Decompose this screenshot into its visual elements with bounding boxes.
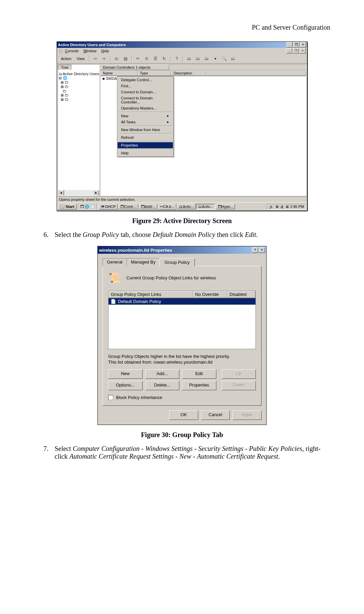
close-button[interactable]: × bbox=[300, 42, 306, 48]
tool5-icon[interactable]: 🗂 bbox=[229, 55, 237, 62]
toolbar-action[interactable]: Action bbox=[59, 57, 73, 61]
forward-icon[interactable]: ⇨ bbox=[100, 55, 108, 62]
task-item[interactable]: ✏CA.b... bbox=[158, 204, 177, 210]
dialog-title: wireless.yourdomain.tld Properties bbox=[99, 248, 172, 253]
restore-button[interactable]: ❐ bbox=[293, 42, 299, 48]
child-restore-button[interactable]: ❐ bbox=[293, 48, 299, 54]
new-button[interactable]: New bbox=[108, 369, 143, 379]
cm-properties[interactable]: Properties bbox=[118, 142, 173, 148]
tab-managed-by[interactable]: Managed By bbox=[126, 258, 160, 266]
col-links[interactable]: Group Policy Object Links bbox=[109, 291, 193, 298]
task-item-active[interactable]: 🗂Activ... bbox=[196, 204, 215, 209]
cm-new[interactable]: New► bbox=[118, 113, 173, 119]
page-header: PC and Server Configuration bbox=[34, 24, 330, 31]
cancel-button[interactable]: Cancel bbox=[201, 410, 230, 420]
task-item[interactable]: 🗔Hype... bbox=[216, 204, 235, 209]
gp-list[interactable]: 📄 Default Domain Policy bbox=[108, 298, 256, 349]
col-info: Domain Controllers 1 objects bbox=[100, 65, 169, 70]
tree-pane[interactable]: Tree 🗂Active Directory Users ⊟ 🌐 ⊞ 🗀 ⊞ 🗀… bbox=[58, 64, 99, 196]
quick1-icon[interactable]: 🗔 bbox=[80, 205, 84, 209]
block-inheritance-label: Block Policy inheritance bbox=[116, 395, 162, 400]
taskbar: 🪟Start 🗔 🌐 📨 💻DHCP 🗔Contr... 🗔Add/... ✏C… bbox=[57, 202, 307, 211]
copy-icon[interactable]: ⎘ bbox=[143, 55, 150, 62]
up-icon[interactable]: 🗀 bbox=[113, 55, 120, 62]
tool2-icon[interactable]: 🗂 bbox=[194, 55, 202, 62]
ad-toolbar: Action View ⇦ ⇨ 🗀 ▤ ✂ ⎘ ☰ ↻ ? 🗂 🗂 🗂 ▾ bbox=[57, 54, 307, 64]
system-tray[interactable]: 🔊 🖥 🖨 🖥 2:45 PM bbox=[267, 204, 306, 210]
close-button[interactable]: × bbox=[259, 247, 265, 253]
tray-icon[interactable]: 🔊 bbox=[269, 205, 274, 209]
properties-button[interactable]: Properties bbox=[182, 381, 216, 390]
mmc-icon: ⬚ bbox=[58, 49, 63, 53]
fig30-caption: Figure 30: Group Policy Tab bbox=[34, 431, 330, 439]
cm-delegate[interactable]: Delegate Control... bbox=[118, 77, 173, 83]
up-button[interactable]: Up bbox=[222, 369, 256, 379]
block-inheritance-checkbox[interactable] bbox=[108, 395, 113, 400]
tree-root[interactable]: 🗂Active Directory Users bbox=[59, 72, 98, 76]
tool4-icon[interactable]: 🔍 bbox=[220, 55, 228, 62]
col-no-override[interactable]: No Override bbox=[193, 291, 227, 298]
help-button[interactable]: ? bbox=[252, 247, 258, 253]
down-button[interactable]: Down bbox=[222, 381, 256, 390]
show-icon[interactable]: ▤ bbox=[122, 55, 129, 62]
tray-time: 2:45 PM bbox=[290, 205, 304, 209]
scroll-right-icon[interactable]: ► bbox=[93, 190, 99, 196]
menu-window[interactable]: Window bbox=[83, 49, 96, 53]
cm-connect-dc[interactable]: Connect to Domain Controller... bbox=[118, 95, 173, 105]
gp-selected-item[interactable]: 📄 Default Domain Policy bbox=[109, 298, 255, 305]
filter-icon[interactable]: ▾ bbox=[212, 55, 219, 62]
col-name[interactable]: Name bbox=[100, 70, 138, 76]
policy-icon: 📄 bbox=[111, 299, 116, 304]
cm-new-window[interactable]: New Window from Here bbox=[118, 127, 173, 133]
tray-icon[interactable]: 🖨 bbox=[280, 205, 284, 209]
cm-connect-domain[interactable]: Connect to Domain... bbox=[118, 89, 173, 95]
cm-all-tasks[interactable]: All Tasks► bbox=[118, 119, 173, 125]
properties-dialog: wireless.yourdomain.tld Properties ? × G… bbox=[97, 246, 267, 425]
child-minimize-button[interactable]: _ bbox=[286, 48, 292, 54]
tool3-icon[interactable]: 🗂 bbox=[203, 55, 210, 62]
back-icon[interactable]: ⇦ bbox=[92, 55, 99, 62]
apply-button[interactable]: Apply bbox=[233, 410, 262, 420]
tab-group-policy[interactable]: Group Policy bbox=[159, 258, 194, 266]
toolbar-view[interactable]: View bbox=[75, 57, 87, 61]
task-item[interactable]: 🗔Contr... bbox=[118, 204, 138, 209]
step-7: 7. Select Computer Configuration - Windo… bbox=[34, 445, 330, 460]
col-disabled[interactable]: Disabled bbox=[227, 291, 255, 298]
ok-button[interactable]: OK bbox=[169, 410, 198, 420]
help-icon[interactable]: ? bbox=[173, 55, 180, 62]
tab-general[interactable]: General bbox=[102, 258, 127, 266]
quick2-icon[interactable]: 🌐 bbox=[85, 205, 89, 209]
add-button[interactable]: Add... bbox=[145, 369, 180, 379]
tray-icon[interactable]: 🖥 bbox=[275, 205, 279, 209]
scroll-left-icon[interactable]: ◄ bbox=[58, 190, 64, 196]
prop-icon[interactable]: ☰ bbox=[152, 55, 159, 62]
tree-tab[interactable]: Tree bbox=[58, 65, 71, 70]
col-type[interactable]: Type bbox=[138, 70, 171, 76]
cm-ops[interactable]: Operations Masters... bbox=[118, 105, 173, 111]
task-item[interactable]: 🗂Activ... bbox=[177, 204, 195, 209]
group-policy-icon: 📜 bbox=[108, 272, 120, 284]
delete-button[interactable]: Delete... bbox=[145, 381, 180, 390]
quick3-icon[interactable]: 📨 bbox=[90, 205, 95, 209]
tray-icon[interactable]: 🖥 bbox=[285, 205, 289, 209]
menu-help[interactable]: Help bbox=[101, 49, 109, 53]
context-menu: Delegate Control... Find... Connect to D… bbox=[117, 76, 174, 157]
cm-refresh[interactable]: Refresh bbox=[118, 134, 173, 141]
menu-console[interactable]: CConsoleonsole bbox=[65, 49, 79, 53]
cm-find[interactable]: Find... bbox=[118, 83, 173, 89]
task-item[interactable]: 💻DHCP bbox=[98, 204, 118, 210]
cm-help[interactable]: Help bbox=[118, 150, 173, 156]
fig29-caption: Figure 29: Active Directory Screen bbox=[34, 217, 330, 225]
minimize-button[interactable]: _ bbox=[286, 42, 293, 48]
col-desc[interactable]: Description bbox=[171, 70, 206, 76]
tool1-icon[interactable]: 🗂 bbox=[185, 55, 193, 62]
cut-icon[interactable]: ✂ bbox=[134, 55, 142, 62]
start-button[interactable]: 🪟Start bbox=[58, 204, 77, 210]
task-item[interactable]: 🗔Add/... bbox=[139, 204, 157, 209]
options-button[interactable]: Options... bbox=[108, 381, 143, 390]
refresh-icon[interactable]: ↻ bbox=[160, 55, 168, 62]
edit-button[interactable]: Edit bbox=[182, 369, 216, 379]
child-close-button[interactable]: × bbox=[300, 48, 306, 54]
step-6: 6. Select the Group Policy tab, choose D… bbox=[34, 231, 330, 239]
dialog-titlebar: wireless.yourdomain.tld Properties ? × bbox=[98, 246, 266, 254]
